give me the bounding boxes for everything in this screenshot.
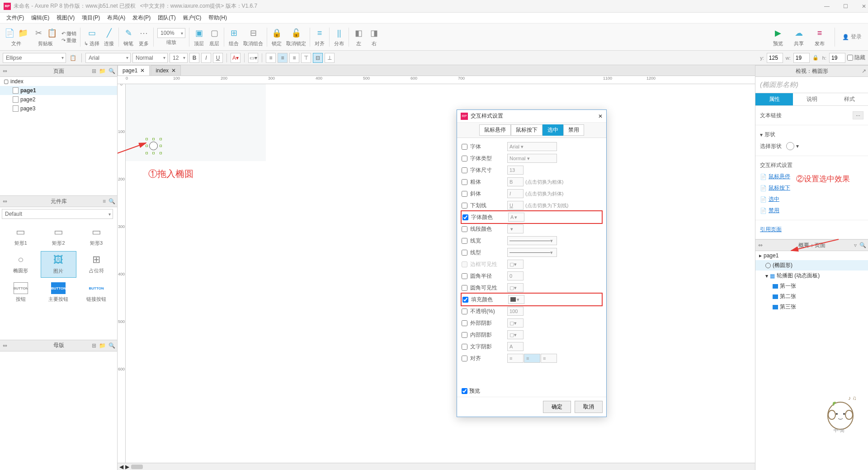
font-select[interactable]: Arial — [85, 53, 131, 63]
font-size-select[interactable]: 12 — [170, 53, 188, 63]
library-item[interactable]: BUTTON链接按钮 — [78, 280, 114, 305]
search-icon[interactable]: 🔍 — [108, 198, 115, 204]
row-control[interactable]: Arial ▾ — [507, 142, 602, 151]
row-control[interactable]: ▾ — [508, 295, 601, 304]
outline-item[interactable]: 第一张 — [755, 281, 868, 291]
tab-index[interactable]: index✕ — [151, 65, 181, 76]
outline-item[interactable]: 第三张 — [755, 302, 868, 312]
tb-preview[interactable]: ▶预览 — [770, 24, 786, 50]
row-control[interactable]: ▾ — [507, 248, 602, 257]
row-checkbox[interactable] — [462, 214, 468, 220]
row-checkbox[interactable] — [462, 156, 467, 161]
row-control[interactable]: A — [507, 342, 602, 351]
w-input[interactable] — [793, 53, 810, 63]
tb-pen[interactable]: ✎钢笔 — [121, 24, 136, 50]
dialog-close-icon[interactable]: ✕ — [598, 113, 603, 119]
outline-item[interactable]: 第二张 — [755, 291, 868, 302]
row-control[interactable]: ▾ — [507, 236, 602, 245]
tab-notes[interactable]: 说明 — [793, 93, 830, 105]
tb-distribute[interactable]: ||分布 — [331, 24, 347, 50]
page-root[interactable]: ▢index — [0, 77, 117, 86]
ellipse-widget[interactable] — [147, 139, 160, 153]
row-checkbox[interactable] — [462, 238, 467, 244]
lockratio-icon[interactable]: 🔒 — [812, 55, 819, 61]
search-icon[interactable]: 🔍 — [108, 68, 115, 74]
close-icon[interactable]: ✕ — [171, 67, 176, 74]
library-item[interactable]: ⊞占位符 — [78, 251, 114, 278]
collapse-icon[interactable]: ⇔ — [758, 242, 763, 248]
row-checkbox[interactable] — [462, 203, 467, 209]
row-checkbox[interactable] — [462, 332, 467, 338]
page-item[interactable]: page1 — [0, 86, 117, 95]
row-checkbox[interactable] — [462, 273, 467, 279]
valign-bot[interactable]: ⊥ — [325, 53, 335, 63]
row-checkbox[interactable] — [462, 309, 467, 314]
preview-checkbox[interactable] — [462, 388, 467, 394]
row-control[interactable]: Normal ▾ — [507, 154, 602, 163]
row-checkbox[interactable] — [462, 320, 467, 326]
tb-lock[interactable]: 🔒锁定 — [269, 24, 284, 50]
ok-button[interactable]: 确定 — [543, 401, 571, 413]
menu-item[interactable]: 文件(F) — [3, 13, 28, 23]
row-control[interactable]: 13 — [507, 166, 602, 175]
menu-item[interactable]: 项目(P) — [78, 13, 104, 23]
row-checkbox[interactable] — [462, 179, 467, 185]
collapse-icon[interactable]: ⇔ — [3, 342, 7, 349]
library-item[interactable]: ▭矩形2 — [41, 223, 77, 249]
tab-style[interactable]: 样式 — [830, 93, 868, 105]
hidden-checkbox[interactable]: 隐藏 — [847, 54, 865, 62]
dialog-tab[interactable]: 选中 — [542, 124, 563, 136]
tb-file[interactable]: 📄📁文件 — [2, 24, 31, 50]
ix-hover[interactable]: 📄 鼠标悬停 — [760, 171, 863, 182]
row-checkbox[interactable] — [462, 344, 467, 350]
tb-ungroup[interactable]: ⊟取消组合 — [241, 24, 265, 50]
tb-zoom[interactable]: 100%缩放 — [156, 24, 187, 50]
choose-shape[interactable]: 选择形状 ▾ — [760, 140, 863, 152]
menu-item[interactable]: 账户(C) — [179, 13, 205, 23]
add-folder-icon[interactable]: 📁 — [99, 342, 106, 349]
row-checkbox[interactable] — [462, 285, 467, 291]
tb-unlock[interactable]: 🔓取消锁定 — [284, 24, 308, 50]
row-control[interactable]: ▢▾ — [507, 260, 602, 269]
row-checkbox[interactable] — [462, 144, 467, 150]
tb-share[interactable]: ☁共享 — [791, 24, 807, 50]
tb-clipboard[interactable]: ✂📋剪贴板 — [31, 24, 60, 50]
cancel-button[interactable]: 取消 — [575, 401, 603, 413]
tb-front[interactable]: ▣顶层 — [191, 24, 207, 50]
row-checkbox[interactable] — [462, 191, 467, 197]
page-item[interactable]: page2 — [0, 95, 117, 104]
tb-undo-redo[interactable]: ↶ 撤销↷ 重做 — [60, 24, 78, 50]
dialog-tab[interactable]: 禁用 — [563, 124, 584, 136]
tb-publish[interactable]: ≡发布 — [812, 24, 827, 50]
library-item[interactable]: ○椭圆形 — [3, 251, 39, 278]
tb-connect[interactable]: ╱连接 — [101, 24, 117, 50]
hscrollbar[interactable]: ◀▶ — [118, 463, 755, 470]
library-item[interactable]: BUTTON主要按钮 — [41, 280, 77, 305]
filter-icon[interactable]: ▿ — [854, 242, 857, 248]
paste-style-icon[interactable]: 📋 — [68, 53, 78, 63]
library-item[interactable]: BUTTON按钮 — [3, 280, 39, 305]
menu-item[interactable]: 编辑(E) — [28, 13, 53, 23]
window-maximize[interactable]: ☐ — [843, 3, 848, 9]
ix-selected[interactable]: 📄 选中 — [760, 194, 863, 205]
ref-page[interactable]: 引用页面 — [760, 224, 863, 235]
dialog-tab[interactable]: 鼠标按下 — [511, 124, 542, 136]
row-control[interactable]: 100 — [507, 307, 602, 316]
row-control[interactable]: A▾ — [508, 213, 601, 222]
library-item[interactable]: ▭矩形3 — [78, 223, 114, 249]
ix-disabled[interactable]: 📄 禁用 — [760, 205, 863, 216]
row-control[interactable]: 0 — [507, 271, 602, 280]
tb-right[interactable]: ◨右 — [366, 24, 382, 50]
row-checkbox[interactable] — [462, 261, 467, 267]
collapse-icon[interactable]: ⇔ — [3, 198, 7, 204]
menu-item[interactable]: 帮助(H) — [205, 13, 231, 23]
menu-item[interactable]: 视图(V) — [53, 13, 78, 23]
outline-item[interactable]: ▸ page1 — [755, 251, 868, 260]
align-center[interactable]: ≡ — [278, 53, 288, 63]
row-control[interactable]: U (点击切换为下划线) — [507, 201, 602, 210]
align-left[interactable]: ≡ — [266, 53, 276, 63]
row-control[interactable]: ▾ — [507, 224, 602, 233]
row-control[interactable]: ▢▾ — [507, 330, 602, 339]
valign-mid[interactable]: ⊟ — [313, 53, 323, 63]
library-item[interactable]: ▭矩形1 — [3, 223, 39, 249]
